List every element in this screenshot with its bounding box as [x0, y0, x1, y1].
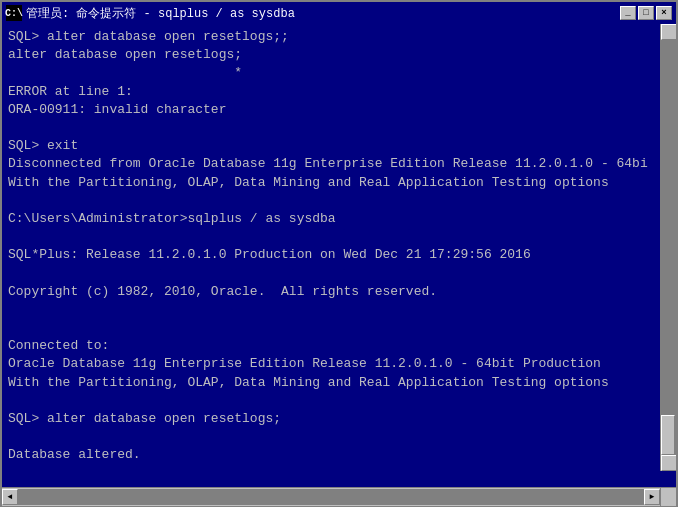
console-line: C:\Users\Administrator>sqlplus / as sysd… — [8, 210, 670, 228]
console-line — [8, 465, 670, 483]
console-line — [8, 428, 670, 446]
console-line: Copyright (c) 1982, 2010, Oracle. All ri… — [8, 283, 670, 301]
console-line: Database altered. — [8, 446, 670, 464]
console-line: SQL*Plus: Release 11.2.0.1.0 Production … — [8, 246, 670, 264]
title-bar-buttons: _ □ × — [620, 6, 672, 20]
console-line — [8, 319, 670, 337]
console-line: SQL> alter database open resetlogs;; — [8, 28, 670, 46]
console-line: With the Partitioning, OLAP, Data Mining… — [8, 174, 670, 192]
maximize-button[interactable]: □ — [638, 6, 654, 20]
console-line: * — [8, 64, 670, 82]
console-line: alter database open resetlogs; — [8, 46, 670, 64]
title-bar-left: C:\ 管理员: 命令提示符 - sqlplus / as sysdba — [6, 5, 295, 22]
resize-corner — [660, 488, 676, 506]
scroll-up-button[interactable]: ▲ — [661, 24, 676, 40]
vertical-scrollbar[interactable]: ▲ ▼ — [660, 24, 676, 471]
minimize-button[interactable]: _ — [620, 6, 636, 20]
console-line: SQL> exit — [8, 137, 670, 155]
window: C:\ 管理员: 命令提示符 - sqlplus / as sysdba _ □… — [0, 0, 678, 507]
console-line — [8, 264, 670, 282]
console-line: Oracle Database 11g Enterprise Edition R… — [8, 355, 670, 373]
console-area: SQL> alter database open resetlogs;;alte… — [2, 24, 676, 487]
horizontal-scrollbar[interactable]: ◄ ► — [2, 488, 660, 506]
console-line: SQL> alter database open resetlogs; — [8, 410, 670, 428]
horizontal-scroll-track[interactable] — [18, 489, 644, 505]
scroll-right-button[interactable]: ► — [644, 489, 660, 505]
title-bar: C:\ 管理员: 命令提示符 - sqlplus / as sysdba _ □… — [2, 2, 676, 24]
console-line: ERROR at line 1: — [8, 83, 670, 101]
scrollbar-thumb[interactable] — [661, 415, 675, 455]
scroll-down-button[interactable]: ▼ — [661, 455, 676, 471]
window-title: 管理员: 命令提示符 - sqlplus / as sysdba — [26, 5, 295, 22]
bottom-bar: ◄ ► — [2, 487, 676, 505]
console-line — [8, 192, 670, 210]
console-content: SQL> alter database open resetlogs;;alte… — [8, 28, 670, 483]
console-line: Connected to: — [8, 337, 670, 355]
console-line — [8, 301, 670, 319]
close-button[interactable]: × — [656, 6, 672, 20]
scroll-left-button[interactable]: ◄ — [2, 489, 18, 505]
console-line — [8, 119, 670, 137]
console-line: With the Partitioning, OLAP, Data Mining… — [8, 374, 670, 392]
console-line: Disconnected from Oracle Database 11g En… — [8, 155, 670, 173]
console-line — [8, 392, 670, 410]
window-icon: C:\ — [6, 5, 22, 21]
console-line: ORA-00911: invalid character — [8, 101, 670, 119]
console-line — [8, 228, 670, 246]
